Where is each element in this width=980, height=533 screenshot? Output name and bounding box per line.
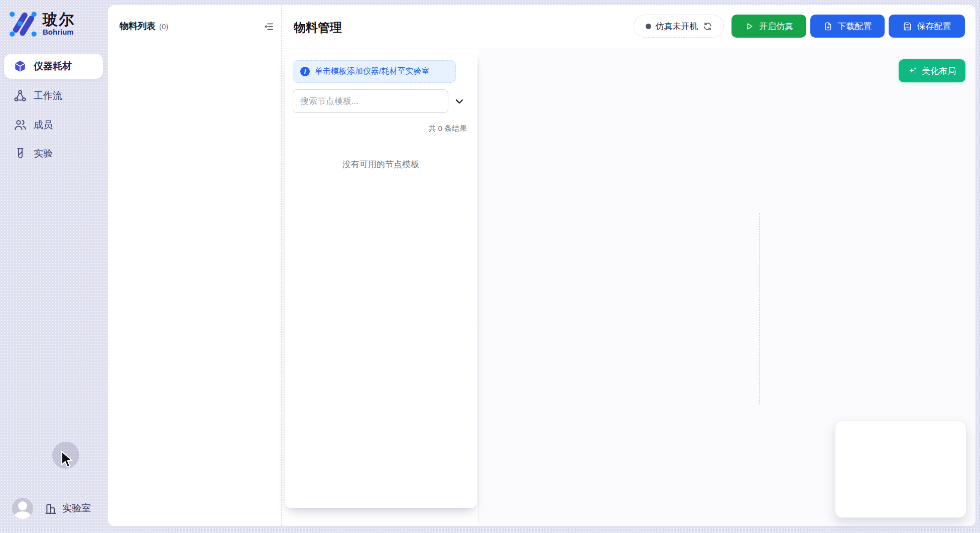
sidebar-item-label: 工作流: [34, 89, 62, 102]
template-hint-text: 单击模板添加仪器/耗材至实验室: [315, 66, 429, 77]
template-hint-banner: i 单击模板添加仪器/耗材至实验室: [293, 60, 456, 83]
sidebar-item-workflow[interactable]: 工作流: [4, 84, 103, 107]
canvas-guide-vertical: [759, 213, 760, 404]
header-divider: [281, 49, 975, 49]
materials-title-text: 物料列表: [119, 21, 156, 31]
refresh-icon[interactable]: [703, 22, 712, 31]
sidebar: 玻尔 Bohrium 仪器耗材 工作流: [0, 0, 108, 533]
brand-logo: 玻尔 Bohrium: [8, 8, 75, 39]
start-simulation-label: 开启仿真: [759, 21, 793, 32]
brand-name-en: Bohrium: [43, 28, 75, 37]
panel-divider: [281, 5, 282, 526]
collapse-list-button[interactable]: [450, 94, 468, 109]
brand-name-zh: 玻尔: [43, 11, 75, 28]
collapse-panel-icon: [263, 21, 274, 32]
template-search-row: [293, 89, 469, 113]
sidebar-item-instruments[interactable]: 仪器耗材: [4, 54, 103, 79]
info-icon: i: [300, 67, 310, 76]
beautify-layout-label: 美化布局: [922, 65, 956, 77]
search-input[interactable]: [293, 89, 448, 113]
download-config-label: 下载配置: [838, 21, 872, 32]
save-icon: [903, 22, 912, 31]
avatar[interactable]: [12, 498, 33, 519]
lab-switcher[interactable]: 实验室: [44, 502, 91, 515]
app-root: 玻尔 Bohrium 仪器耗材 工作流: [0, 0, 980, 533]
start-simulation-button[interactable]: 开启仿真: [731, 15, 806, 38]
beautify-layout-button[interactable]: 美化布局: [899, 59, 965, 82]
sidebar-item-members[interactable]: 成员: [4, 113, 103, 137]
materials-count: (0): [159, 22, 168, 31]
building-icon: [44, 502, 57, 515]
sidebar-item-experiments[interactable]: 实验: [4, 142, 103, 165]
content-surface: 物料列表(0) 物料管理 仿真未开机: [108, 5, 975, 526]
materials-panel-title: 物料列表(0): [119, 20, 168, 32]
empty-state-text: 没有可用的节点模板: [285, 159, 477, 170]
canvas-divider: [478, 59, 478, 522]
canvas-guide-horizontal: [478, 324, 778, 324]
lab-label: 实验室: [62, 502, 91, 515]
sidebar-item-label: 成员: [34, 118, 53, 131]
save-config-label: 保存配置: [917, 21, 951, 32]
download-config-button[interactable]: 下载配置: [810, 15, 885, 38]
members-icon: [14, 118, 27, 131]
sidebar-item-label: 实验: [34, 147, 53, 160]
simulation-status-pill[interactable]: 仿真未开机: [634, 15, 724, 38]
sidebar-item-label: 仪器耗材: [34, 60, 72, 73]
bohrium-logo-icon: [8, 8, 39, 39]
sidebar-footer: 实验室: [12, 498, 91, 519]
sparkles-icon: [908, 66, 918, 76]
test-tube-icon: [14, 147, 27, 160]
play-icon: [745, 22, 754, 31]
save-config-button[interactable]: 保存配置: [889, 15, 965, 38]
sidebar-hover-indicator: [52, 442, 79, 469]
cube-icon: [14, 60, 27, 73]
template-panel: i 单击模板添加仪器/耗材至实验室 共 0 条结果 没有可用的节点模板: [285, 55, 477, 508]
status-dot: [646, 24, 651, 29]
workflow-icon: [14, 89, 27, 102]
download-file-icon: [823, 22, 833, 31]
page-title: 物料管理: [294, 20, 342, 36]
simulation-status-label: 仿真未开机: [656, 21, 698, 32]
minimap[interactable]: [835, 421, 966, 518]
collapse-panel-button[interactable]: [261, 19, 276, 34]
result-count: 共 0 条结果: [428, 124, 467, 134]
chevron-down-icon: [454, 96, 465, 107]
